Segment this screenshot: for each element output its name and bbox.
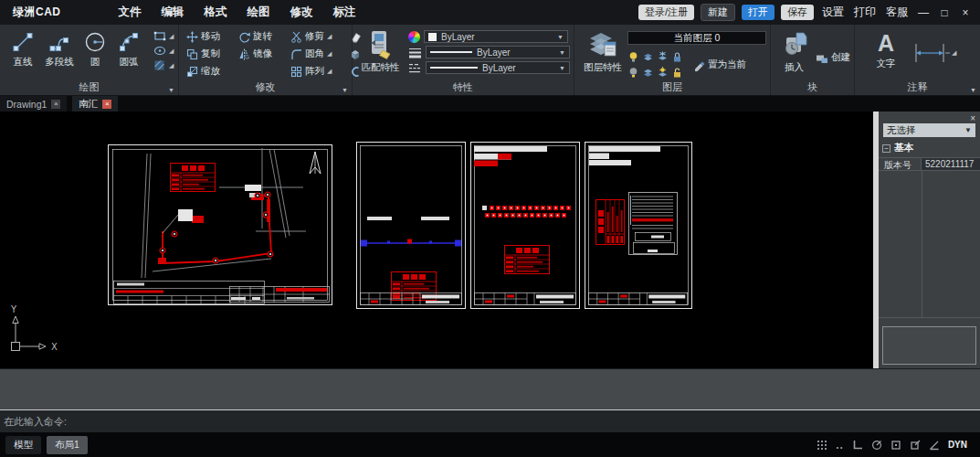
text-button[interactable]: A 文字 [868, 28, 904, 70]
panel-close-icon[interactable]: × [970, 113, 975, 123]
dimension-button[interactable]: ◢ [912, 36, 956, 70]
layer-thaw-icon[interactable] [657, 51, 669, 63]
grid-toggle-icon[interactable] [817, 440, 827, 451]
color-wheel-icon [408, 31, 420, 43]
sheet3-title-block [475, 293, 576, 305]
schedule-table [629, 193, 678, 255]
ribbon-section-block: 插入 创建 块 [771, 25, 855, 95]
panel-preview-box [882, 326, 976, 365]
command-prompt: 在此输入命令: [4, 415, 67, 429]
layer-freeze-icon[interactable] [642, 51, 654, 63]
command-history[interactable] [0, 368, 980, 409]
layer-off-icon[interactable] [627, 67, 639, 79]
move-button[interactable]: 移动 [186, 30, 238, 43]
maximize-icon[interactable]: □ [937, 6, 952, 19]
chevron-down-icon[interactable]: ◢ [327, 68, 332, 75]
circle-button[interactable]: 圆 [79, 28, 111, 71]
section-expand-icon[interactable]: ▼ [342, 87, 348, 93]
model-tab[interactable]: 模型 [5, 436, 41, 454]
doc-tab-drawing1[interactable]: Drawing1 × [0, 96, 67, 112]
match-properties-button[interactable]: 匹配特性 [358, 28, 403, 74]
trim-button[interactable]: 修剪 ◢ [290, 30, 349, 43]
drawing-canvas[interactable]: Y X [0, 112, 873, 368]
tab-close-icon[interactable]: × [102, 100, 111, 109]
selection-dropdown[interactable]: 无选择 ▼ [883, 123, 975, 137]
doc-tab-nanhui[interactable]: 南汇 × [72, 96, 118, 112]
copy-icon [186, 48, 198, 60]
hatch-icon [153, 59, 166, 71]
chevron-down-icon[interactable]: ◢ [327, 50, 332, 58]
open-button[interactable]: 打开 [742, 5, 775, 20]
color-dropdown[interactable]: ByLayer ▼ [424, 30, 568, 43]
fillet-button[interactable]: 圆角 ◢ [290, 48, 349, 60]
rectangle-button[interactable]: ◢ [153, 30, 174, 42]
create-block-icon [816, 52, 828, 64]
new-button[interactable]: 新建 [701, 4, 735, 21]
scale-button[interactable]: 缩放 [186, 65, 238, 78]
group-header-basic[interactable]: − 基本 [882, 142, 978, 154]
properties-panel: × 无选择 ▼ − 基本 版本号 5220211117 [879, 112, 980, 368]
ellipse-button[interactable]: ◢ [153, 45, 174, 57]
polyline-button[interactable]: 多段线 [40, 28, 79, 71]
command-input[interactable]: 在此输入命令: [0, 409, 980, 432]
chevron-down-icon[interactable]: ◢ [952, 49, 956, 57]
angle-toggle-icon[interactable] [929, 440, 940, 451]
layer-unlock-icon[interactable] [671, 67, 683, 79]
osnap-toggle-icon[interactable] [890, 440, 901, 451]
polar-toggle-icon[interactable] [871, 440, 882, 451]
layer-lock-icon[interactable] [671, 51, 683, 63]
menu-format[interactable]: 格式 [195, 5, 237, 20]
line-button[interactable]: 直线 [5, 28, 40, 71]
layer-properties-icon [587, 30, 618, 59]
lineweight-dropdown[interactable]: ByLayer ▼ [426, 46, 570, 58]
print-button[interactable]: 打印 [852, 5, 878, 20]
layout-tab[interactable]: 布局1 [47, 436, 88, 454]
menu-draw[interactable]: 绘图 [237, 5, 280, 20]
layer-stack-icon[interactable] [642, 67, 654, 79]
linetype-dropdown[interactable]: ByLayer ▼ [426, 61, 570, 74]
section-label-layers: 图层 [662, 81, 682, 92]
layer-on-icon[interactable] [627, 51, 639, 63]
sheet-site-plan [109, 145, 332, 305]
section-expand-icon[interactable]: ▼ [168, 87, 174, 93]
property-value[interactable]: 5220211117 [922, 158, 980, 170]
menu-modify[interactable]: 修改 [280, 5, 323, 20]
canvas-graphics: Y X [0, 112, 873, 368]
section-expand-icon[interactable]: ▼ [970, 87, 976, 93]
menu-file[interactable]: 文件 [109, 5, 152, 20]
snap-toggle-icon[interactable]: .. [836, 439, 844, 452]
layer-sun-icon[interactable] [657, 67, 669, 79]
array-button[interactable]: 阵列 ◢ [290, 65, 349, 78]
copy-button[interactable]: 复制 [186, 48, 238, 60]
set-current-button[interactable]: 置为当前 [693, 58, 746, 71]
chevron-down-icon[interactable]: ◢ [327, 33, 332, 40]
arc-button[interactable]: 圆弧 [111, 28, 146, 71]
hatch-button[interactable]: ◢ [153, 59, 174, 71]
support-button[interactable]: 客服 [884, 5, 910, 20]
section-label-annotation: 注释 [908, 81, 928, 92]
polyline-icon [47, 30, 71, 54]
insert-button[interactable]: 插入 [776, 28, 812, 74]
close-icon[interactable]: × [958, 6, 973, 19]
mirror-button[interactable]: 镜像 [238, 48, 290, 60]
chevron-down-icon: ◢ [169, 48, 174, 55]
dyn-toggle[interactable]: DYN [948, 440, 967, 450]
collapse-icon[interactable]: − [882, 144, 890, 153]
sheet-2 [357, 143, 466, 309]
tab-close-icon[interactable]: × [51, 100, 60, 109]
svg-text:X: X [51, 342, 58, 352]
menu-edit[interactable]: 编辑 [152, 5, 195, 20]
settings-button[interactable]: 设置 [820, 5, 846, 20]
menu-dimension[interactable]: 标注 [323, 5, 366, 20]
otrack-toggle-icon[interactable] [910, 440, 921, 451]
save-button[interactable]: 保存 [781, 5, 814, 20]
create-block-button[interactable]: 创建 [816, 41, 850, 74]
chevron-down-icon: ◢ [169, 62, 174, 69]
minimize-icon[interactable]: — [916, 6, 931, 19]
login-button[interactable]: 登录/注册 [638, 5, 694, 20]
ortho-toggle-icon[interactable] [852, 440, 863, 451]
current-layer-display[interactable]: 当前图层 0 [627, 31, 766, 45]
layer-properties-button[interactable]: 图层特性 [580, 28, 626, 79]
text-icon: A [878, 30, 894, 56]
rotate-button[interactable]: 旋转 [238, 30, 290, 43]
